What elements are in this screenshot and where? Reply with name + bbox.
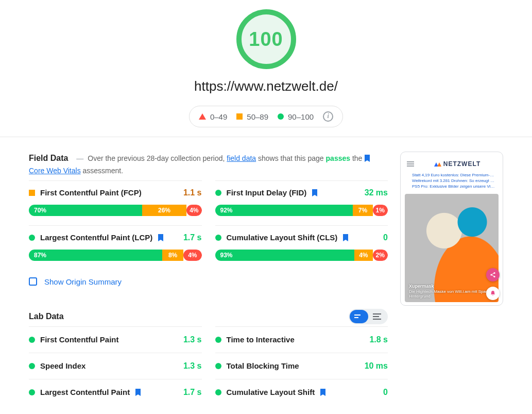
dist-good: 93% xyxy=(215,250,355,261)
status-indicator-icon xyxy=(29,363,35,369)
lab-metric-value: 1.7 s xyxy=(183,388,202,397)
distribution-bar: 93%4%2% xyxy=(215,250,388,261)
status-indicator-icon xyxy=(29,235,35,241)
brand-logo-icon xyxy=(434,161,441,167)
bookmark-icon xyxy=(135,389,141,396)
dist-good: 92% xyxy=(215,205,353,216)
bookmark-icon xyxy=(320,389,326,396)
field-metric: Cumulative Layout Shift (CLS)093%4%2% xyxy=(215,225,388,270)
svg-rect-1 xyxy=(354,317,358,318)
bookmark-icon xyxy=(312,189,318,196)
checkbox-icon xyxy=(29,277,37,286)
metric-value: 1.7 s xyxy=(183,233,202,242)
status-indicator-icon xyxy=(215,235,221,241)
metric-name: Cumulative Layout Shift (CLS) xyxy=(227,233,338,242)
dist-poor: 4% xyxy=(186,205,201,216)
legend-poor: 0–49 xyxy=(199,112,227,121)
bookmark-icon xyxy=(342,234,349,241)
core-web-vitals-link[interactable]: Core Web Vitals xyxy=(29,167,81,175)
lab-metric-name: Time to Interactive xyxy=(227,335,295,344)
field-metric: Largest Contentful Paint (LCP)1.7 s87%8%… xyxy=(29,225,202,270)
lab-metric-value: 1.3 s xyxy=(183,335,202,344)
thumbnail-headline: Statt 4,19 Euro kostenlos: Diese Premium… xyxy=(412,173,495,177)
circle-icon xyxy=(278,113,284,120)
lab-metric-value: 0 xyxy=(383,388,388,397)
status-indicator-icon xyxy=(215,389,221,395)
lab-metric-name: Total Blocking Time xyxy=(227,361,299,370)
show-origin-summary-label: Show Origin Summary xyxy=(44,277,122,286)
triangle-icon xyxy=(199,113,206,120)
lab-metric-name: Largest Contentful Paint xyxy=(40,388,130,396)
lab-metric: Total Blocking Time10 ms xyxy=(215,353,388,379)
status-indicator-icon xyxy=(29,337,35,343)
dist-avg: 8% xyxy=(162,250,183,261)
status-indicator-icon xyxy=(215,363,221,369)
metric-name: Largest Contentful Paint (LCP) xyxy=(40,233,152,242)
thumbnail-brand: NETZWELT xyxy=(434,160,480,168)
metric-value: 32 ms xyxy=(365,188,388,197)
thumbnail-hero: Xupermask Die Hightech-Maske von Will.i.… xyxy=(405,194,499,302)
lab-metric-name: Speed Index xyxy=(40,361,85,370)
distribution-bar: 92%7%1% xyxy=(215,205,388,216)
score-legend: 0–49 50–89 90–100 xyxy=(189,106,343,127)
passes-status: passes xyxy=(326,154,350,162)
dist-avg: 4% xyxy=(354,250,372,261)
hamburger-icon xyxy=(407,160,414,168)
dist-good: 70% xyxy=(29,205,142,216)
lab-metric: Speed Index1.3 s xyxy=(29,353,202,379)
lab-metric: First Contentful Paint1.3 s xyxy=(29,326,202,353)
dist-poor: 2% xyxy=(373,250,388,261)
score-value: 100 xyxy=(249,28,283,51)
status-indicator-icon xyxy=(215,190,221,196)
view-condensed-button[interactable] xyxy=(350,310,368,323)
bookmark-icon xyxy=(158,234,164,241)
legend-avg: 50–89 xyxy=(236,112,268,121)
status-indicator-icon xyxy=(215,337,221,343)
thumbnail-hero-subtitle: Die Hightech-Maske von Will.i.am mit Spa… xyxy=(409,289,494,299)
bookmark-icon xyxy=(364,155,370,162)
tested-url: https://www.netzwelt.de/ xyxy=(0,78,532,94)
svg-rect-4 xyxy=(373,319,381,320)
field-data-intro: Field Data — Over the previous 28-day co… xyxy=(29,152,388,176)
thumbnail-headlines: Statt 4,19 Euro kostenlos: Diese Premium… xyxy=(404,169,500,194)
lab-metric-name: First Contentful Paint xyxy=(40,335,119,344)
square-icon xyxy=(236,113,243,120)
metric-value: 1.1 s xyxy=(183,188,202,197)
lab-metric: Largest Contentful Paint 1.7 s xyxy=(29,379,202,405)
lab-data-title: Lab Data xyxy=(29,312,64,321)
dist-avg: 7% xyxy=(353,205,372,216)
field-metric: First Input Delay (FID)32 ms92%7%1% xyxy=(215,180,388,225)
svg-rect-2 xyxy=(373,313,381,314)
lab-metric: Time to Interactive1.8 s xyxy=(215,326,388,353)
share-icon xyxy=(486,268,500,281)
lab-metrics-grid: First Contentful Paint1.3 sTime to Inter… xyxy=(29,326,388,405)
score-gauge: 100 xyxy=(236,9,296,69)
thumbnail-headline: PS5 Pro: Exklusive Bilder zeigen unsere … xyxy=(412,184,495,189)
dist-avg: 26% xyxy=(142,205,186,216)
dist-good: 87% xyxy=(29,250,162,261)
thumbnail-hero-title: Xupermask xyxy=(409,284,494,289)
view-expanded-button[interactable] xyxy=(368,310,387,323)
info-icon[interactable] xyxy=(323,111,333,122)
bell-icon xyxy=(486,287,500,300)
distribution-bar: 87%8%4% xyxy=(29,250,202,261)
dist-poor: 1% xyxy=(373,205,388,216)
score-header: 100 https://www.netzwelt.de/ 0–49 50–89 … xyxy=(0,0,532,137)
field-metrics-grid: First Contentful Paint (FCP)1.1 s70%26%4… xyxy=(29,180,388,270)
legend-good: 90–100 xyxy=(278,112,314,121)
lab-metric: Cumulative Layout Shift 0 xyxy=(215,379,388,405)
show-origin-summary-button[interactable]: Show Origin Summary xyxy=(29,270,388,293)
field-data-link[interactable]: field data xyxy=(227,154,256,162)
dist-poor: 4% xyxy=(183,250,201,261)
status-indicator-icon xyxy=(29,190,35,196)
metric-name: First Contentful Paint (FCP) xyxy=(40,188,142,197)
thumbnail-headline: Weltrekord mit 3.281 Drohnen: So erzeugt… xyxy=(412,178,495,183)
field-metric: First Contentful Paint (FCP)1.1 s70%26%4… xyxy=(29,180,202,225)
svg-rect-3 xyxy=(373,316,379,317)
lab-metric-value: 1.8 s xyxy=(369,335,388,344)
field-data-title: Field Data xyxy=(29,154,68,162)
svg-rect-0 xyxy=(354,314,361,316)
metric-name: First Input Delay (FID) xyxy=(227,188,307,197)
metric-value: 0 xyxy=(383,233,388,242)
status-indicator-icon xyxy=(29,389,35,395)
